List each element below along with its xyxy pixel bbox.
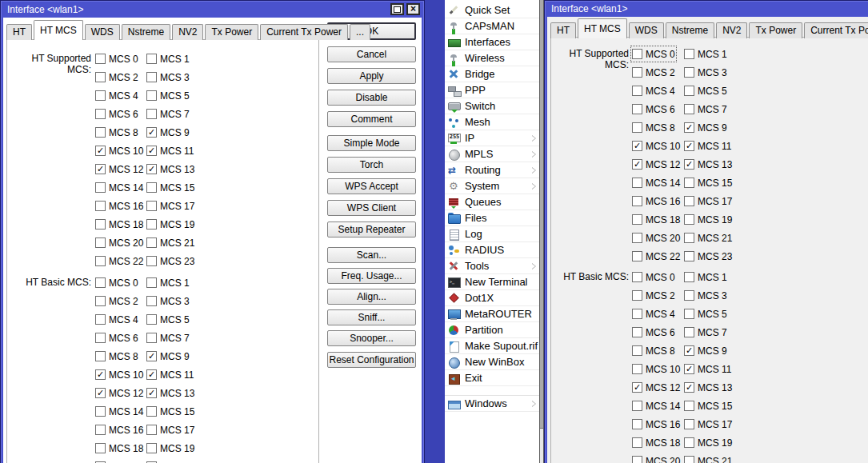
menu-item-metarouter[interactable]: MetaROUTER (445, 306, 539, 322)
ht-basic-mcs-mcs-16-checkbox[interactable]: MCS 16 (632, 417, 680, 431)
checkbox[interactable] (95, 182, 106, 193)
checkbox[interactable]: ✓ (684, 122, 694, 133)
checkbox[interactable] (95, 109, 106, 119)
menu-item-switch[interactable]: Switch (445, 98, 539, 114)
ht-supported-mcs-mcs-11-checkbox[interactable]: ✓MCS 11 (684, 139, 731, 153)
ht-supported-mcs-mcs-0-checkbox[interactable]: MCS 0 (95, 52, 138, 66)
checkbox[interactable]: ✓ (146, 369, 157, 380)
menu-item-new-terminal[interactable]: New Terminal (445, 274, 539, 290)
checkbox[interactable] (95, 72, 106, 82)
checkbox[interactable] (684, 214, 694, 225)
checkbox[interactable] (95, 277, 106, 288)
ht-basic-mcs-mcs-2-checkbox[interactable]: MCS 2 (95, 294, 138, 308)
checkbox[interactable] (95, 425, 106, 435)
titlebar[interactable]: Interface <wlan1> (2, 2, 422, 17)
checkbox[interactable] (632, 104, 642, 114)
checkbox[interactable] (95, 237, 106, 248)
checkbox[interactable] (95, 314, 106, 325)
ht-basic-mcs-mcs-19-checkbox[interactable]: MCS 19 (684, 436, 732, 449)
ht-supported-mcs-mcs-15-checkbox[interactable]: MCS 15 (684, 176, 732, 190)
ht-basic-mcs-mcs-7-checkbox[interactable]: MCS 7 (146, 331, 190, 345)
menu-item-quick-set[interactable]: Quick Set (445, 2, 539, 18)
ht-basic-mcs-mcs-14-checkbox[interactable]: MCS 14 (95, 405, 143, 418)
ht-supported-mcs-mcs-5-checkbox[interactable]: MCS 5 (684, 84, 727, 98)
checkbox[interactable] (684, 272, 694, 282)
checkbox[interactable] (684, 49, 694, 59)
ht-supported-mcs-mcs-3-checkbox[interactable]: MCS 3 (146, 70, 190, 84)
ht-basic-mcs-mcs-10-checkbox[interactable]: MCS 10 (632, 362, 680, 376)
ht-basic-mcs-mcs-1-checkbox[interactable]: MCS 1 (684, 270, 727, 284)
ht-basic-mcs-mcs-12-checkbox[interactable]: ✓MCS 12 (95, 386, 143, 400)
checkbox[interactable] (632, 122, 642, 133)
checkbox[interactable] (684, 309, 694, 319)
checkbox[interactable] (632, 401, 642, 411)
ht-supported-mcs-mcs-17-checkbox[interactable]: MCS 17 (146, 199, 194, 213)
checkbox[interactable] (632, 364, 642, 374)
checkbox[interactable] (684, 290, 694, 301)
checkbox[interactable] (632, 49, 642, 59)
menu-item-queues[interactable]: Queues (445, 194, 539, 210)
ht-supported-mcs-mcs-11-checkbox[interactable]: ✓MCS 11 (146, 144, 194, 158)
ht-supported-mcs-mcs-21-checkbox[interactable]: MCS 21 (146, 236, 194, 249)
ht-supported-mcs-mcs-14-checkbox[interactable]: MCS 14 (95, 181, 143, 194)
checkbox[interactable] (684, 251, 694, 261)
checkbox[interactable]: ✓ (632, 141, 642, 151)
ht-basic-mcs-mcs-13-checkbox[interactable]: ✓MCS 13 (146, 386, 194, 400)
checkbox[interactable] (684, 327, 694, 337)
checkbox[interactable] (684, 437, 694, 448)
checkbox[interactable] (684, 86, 694, 96)
ht-supported-mcs-mcs-12-checkbox[interactable]: ✓MCS 12 (632, 158, 680, 171)
checkbox[interactable] (146, 182, 157, 193)
ht-supported-mcs-mcs-21-checkbox[interactable]: MCS 21 (684, 231, 732, 245)
checkbox[interactable]: ✓ (684, 382, 694, 393)
checkbox[interactable]: ✓ (146, 146, 157, 156)
maximize-button[interactable] (390, 3, 404, 15)
checkbox[interactable] (95, 296, 106, 306)
checkbox[interactable] (146, 90, 157, 101)
checkbox[interactable] (632, 178, 642, 188)
checkbox[interactable] (95, 256, 106, 266)
ht-basic-mcs-mcs-10-checkbox[interactable]: ✓MCS 10 (95, 368, 143, 381)
ht-supported-mcs-mcs-12-checkbox[interactable]: ✓MCS 12 (95, 162, 143, 176)
ht-supported-mcs-mcs-2-checkbox[interactable]: MCS 2 (632, 66, 675, 79)
ht-supported-mcs-mcs-16-checkbox[interactable]: MCS 16 (632, 194, 680, 208)
tab-wds[interactable]: WDS (629, 22, 664, 38)
menu-item-mpls[interactable]: MPLS (445, 146, 539, 162)
checkbox[interactable] (632, 290, 642, 301)
tab-nstreme[interactable]: Nstreme (122, 24, 170, 40)
checkbox[interactable] (95, 219, 106, 230)
ht-supported-mcs-mcs-8-checkbox[interactable]: MCS 8 (632, 121, 675, 134)
ht-supported-mcs-mcs-22-checkbox[interactable]: MCS 22 (632, 249, 680, 263)
ht-basic-mcs-mcs-18-checkbox[interactable]: MCS 18 (95, 441, 143, 455)
checkbox[interactable] (632, 309, 642, 319)
disable-button[interactable]: Disable (327, 90, 416, 106)
ht-basic-mcs-mcs-17-checkbox[interactable]: MCS 17 (146, 423, 194, 437)
tab-ht-mcs[interactable]: HT MCS (578, 18, 627, 38)
ht-supported-mcs-mcs-18-checkbox[interactable]: MCS 18 (95, 218, 143, 231)
ht-supported-mcs-mcs-7-checkbox[interactable]: MCS 7 (684, 102, 727, 116)
checkbox[interactable]: ✓ (684, 345, 694, 356)
checkbox[interactable] (632, 437, 642, 448)
checkbox[interactable] (146, 333, 157, 343)
tab-nstreme[interactable]: Nstreme (666, 22, 714, 38)
checkbox[interactable] (95, 351, 106, 361)
menu-item-interfaces[interactable]: Interfaces (445, 34, 539, 50)
ht-basic-mcs-mcs-9-checkbox[interactable]: ✓MCS 9 (684, 344, 727, 357)
ht-supported-mcs-mcs-7-checkbox[interactable]: MCS 7 (146, 107, 190, 121)
checkbox[interactable] (95, 406, 106, 417)
menu-item-radius[interactable]: RADIUS (445, 242, 539, 258)
checkbox[interactable] (632, 419, 642, 429)
checkbox[interactable] (146, 237, 157, 248)
menu-item-files[interactable]: Files (445, 210, 539, 226)
checkbox[interactable]: ✓ (684, 141, 694, 151)
checkbox[interactable] (146, 219, 157, 230)
checkbox[interactable] (146, 201, 157, 211)
checkbox[interactable] (684, 104, 694, 114)
checkbox[interactable] (146, 443, 157, 453)
ht-basic-mcs-mcs-12-checkbox[interactable]: ✓MCS 12 (632, 381, 680, 394)
ht-supported-mcs-mcs-19-checkbox[interactable]: MCS 19 (146, 218, 194, 231)
checkbox[interactable]: ✓ (632, 382, 642, 393)
torch-button[interactable]: Torch (327, 157, 416, 173)
tab-ht[interactable]: HT (550, 22, 576, 38)
ht-supported-mcs-mcs-4-checkbox[interactable]: MCS 4 (95, 89, 138, 102)
